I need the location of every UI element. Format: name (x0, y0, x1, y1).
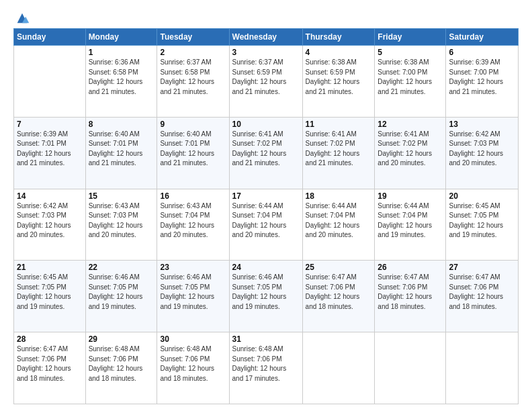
week-row-4: 28Sunrise: 6:47 AMSunset: 7:06 PMDayligh… (14, 332, 519, 404)
day-number: 7 (17, 120, 83, 129)
calendar-cell: 30Sunrise: 6:48 AMSunset: 7:06 PMDayligh… (157, 332, 229, 404)
day-info: Sunrise: 6:48 AMSunset: 7:06 PMDaylight:… (89, 345, 154, 383)
day-number: 14 (17, 191, 83, 201)
calendar-cell: 4Sunrise: 6:38 AMSunset: 6:59 PMDaylight… (302, 46, 375, 118)
day-number: 24 (232, 263, 300, 272)
calendar-cell: 13Sunrise: 6:42 AMSunset: 7:03 PMDayligh… (446, 117, 519, 189)
day-info: Sunrise: 6:43 AMSunset: 7:04 PMDaylight:… (160, 201, 226, 240)
day-info: Sunrise: 6:39 AMSunset: 7:01 PMDaylight:… (17, 130, 83, 169)
day-info: Sunrise: 6:46 AMSunset: 7:05 PMDaylight:… (160, 273, 226, 312)
calendar-cell: 29Sunrise: 6:48 AMSunset: 7:06 PMDayligh… (85, 332, 157, 404)
day-info: Sunrise: 6:41 AMSunset: 7:02 PMDaylight:… (232, 130, 300, 169)
day-info: Sunrise: 6:39 AMSunset: 7:00 PMDaylight:… (449, 58, 515, 97)
day-number: 12 (378, 120, 443, 129)
calendar-cell: 3Sunrise: 6:37 AMSunset: 6:59 PMDaylight… (229, 46, 302, 118)
week-row-2: 14Sunrise: 6:42 AMSunset: 7:03 PMDayligh… (14, 189, 519, 261)
day-info: Sunrise: 6:43 AMSunset: 7:03 PMDaylight:… (89, 201, 154, 240)
day-number: 11 (306, 120, 372, 129)
day-number: 5 (378, 48, 443, 57)
header (13, 11, 519, 23)
calendar-cell: 31Sunrise: 6:48 AMSunset: 7:06 PMDayligh… (229, 332, 302, 404)
day-number: 6 (449, 48, 515, 57)
day-number: 17 (232, 191, 300, 201)
header-day-saturday: Saturday (446, 29, 519, 46)
day-info: Sunrise: 6:47 AMSunset: 7:06 PMDaylight:… (378, 273, 443, 312)
day-number: 1 (89, 48, 154, 57)
day-number: 27 (449, 263, 515, 272)
day-number: 29 (89, 334, 154, 344)
day-info: Sunrise: 6:47 AMSunset: 7:06 PMDaylight:… (449, 273, 515, 312)
day-info: Sunrise: 6:47 AMSunset: 7:06 PMDaylight:… (306, 273, 372, 312)
day-info: Sunrise: 6:42 AMSunset: 7:03 PMDaylight:… (449, 130, 515, 169)
day-number: 25 (306, 263, 372, 272)
calendar-cell: 25Sunrise: 6:47 AMSunset: 7:06 PMDayligh… (302, 261, 375, 332)
calendar-cell (302, 332, 375, 404)
header-row: SundayMondayTuesdayWednesdayThursdayFrid… (14, 29, 519, 46)
calendar-table: SundayMondayTuesdayWednesdayThursdayFrid… (13, 28, 519, 404)
day-info: Sunrise: 6:44 AMSunset: 7:04 PMDaylight:… (378, 201, 443, 240)
day-info: Sunrise: 6:45 AMSunset: 7:05 PMDaylight:… (17, 273, 83, 312)
day-number: 26 (378, 263, 443, 272)
calendar-cell: 6Sunrise: 6:39 AMSunset: 7:00 PMDaylight… (446, 46, 519, 118)
day-info: Sunrise: 6:40 AMSunset: 7:01 PMDaylight:… (160, 130, 226, 169)
calendar-header: SundayMondayTuesdayWednesdayThursdayFrid… (14, 29, 519, 46)
day-number: 22 (89, 263, 154, 272)
day-number: 15 (89, 191, 154, 201)
day-number: 19 (378, 191, 443, 201)
day-info: Sunrise: 6:37 AMSunset: 6:58 PMDaylight:… (160, 58, 226, 97)
day-info: Sunrise: 6:48 AMSunset: 7:06 PMDaylight:… (160, 345, 226, 383)
day-info: Sunrise: 6:44 AMSunset: 7:04 PMDaylight:… (306, 201, 372, 240)
calendar-cell: 18Sunrise: 6:44 AMSunset: 7:04 PMDayligh… (302, 189, 375, 261)
header-day-sunday: Sunday (14, 29, 86, 46)
logo-text (13, 11, 30, 26)
calendar-cell: 9Sunrise: 6:40 AMSunset: 7:01 PMDaylight… (157, 117, 229, 189)
day-info: Sunrise: 6:44 AMSunset: 7:04 PMDaylight:… (232, 201, 300, 240)
header-day-monday: Monday (85, 29, 157, 46)
calendar-cell: 19Sunrise: 6:44 AMSunset: 7:04 PMDayligh… (375, 189, 446, 261)
day-info: Sunrise: 6:36 AMSunset: 6:58 PMDaylight:… (89, 58, 154, 97)
calendar-cell: 26Sunrise: 6:47 AMSunset: 7:06 PMDayligh… (375, 261, 446, 332)
calendar-cell: 10Sunrise: 6:41 AMSunset: 7:02 PMDayligh… (229, 117, 302, 189)
day-info: Sunrise: 6:47 AMSunset: 7:06 PMDaylight:… (17, 345, 83, 383)
header-day-tuesday: Tuesday (157, 29, 229, 46)
day-number: 20 (449, 191, 515, 201)
calendar-cell: 1Sunrise: 6:36 AMSunset: 6:58 PMDaylight… (85, 46, 157, 118)
day-number: 4 (306, 48, 372, 57)
day-number: 3 (232, 48, 300, 57)
day-info: Sunrise: 6:41 AMSunset: 7:02 PMDaylight:… (306, 130, 372, 169)
day-info: Sunrise: 6:42 AMSunset: 7:03 PMDaylight:… (17, 201, 83, 240)
day-number: 23 (160, 263, 226, 272)
calendar-cell: 28Sunrise: 6:47 AMSunset: 7:06 PMDayligh… (14, 332, 86, 404)
calendar-cell: 20Sunrise: 6:45 AMSunset: 7:05 PMDayligh… (446, 189, 519, 261)
calendar-cell (375, 332, 446, 404)
week-row-3: 21Sunrise: 6:45 AMSunset: 7:05 PMDayligh… (14, 261, 519, 332)
header-day-wednesday: Wednesday (229, 29, 302, 46)
day-info: Sunrise: 6:37 AMSunset: 6:59 PMDaylight:… (232, 58, 300, 97)
day-number: 28 (17, 334, 83, 344)
day-info: Sunrise: 6:46 AMSunset: 7:05 PMDaylight:… (232, 273, 300, 312)
day-info: Sunrise: 6:45 AMSunset: 7:05 PMDaylight:… (449, 201, 515, 240)
logo (13, 11, 30, 23)
calendar-cell: 27Sunrise: 6:47 AMSunset: 7:06 PMDayligh… (446, 261, 519, 332)
day-number: 18 (306, 191, 372, 201)
calendar-cell (14, 46, 86, 118)
day-info: Sunrise: 6:48 AMSunset: 7:06 PMDaylight:… (232, 345, 300, 383)
calendar-cell: 22Sunrise: 6:46 AMSunset: 7:05 PMDayligh… (85, 261, 157, 332)
day-number: 13 (449, 120, 515, 129)
logo-icon (15, 11, 30, 26)
calendar-cell: 15Sunrise: 6:43 AMSunset: 7:03 PMDayligh… (85, 189, 157, 261)
calendar-body: 1Sunrise: 6:36 AMSunset: 6:58 PMDaylight… (14, 46, 519, 404)
calendar-cell: 7Sunrise: 6:39 AMSunset: 7:01 PMDaylight… (14, 117, 86, 189)
page: SundayMondayTuesdayWednesdayThursdayFrid… (0, 0, 532, 411)
calendar-cell: 23Sunrise: 6:46 AMSunset: 7:05 PMDayligh… (157, 261, 229, 332)
calendar-cell: 8Sunrise: 6:40 AMSunset: 7:01 PMDaylight… (85, 117, 157, 189)
day-number: 8 (89, 120, 154, 129)
header-day-friday: Friday (375, 29, 446, 46)
calendar-cell: 2Sunrise: 6:37 AMSunset: 6:58 PMDaylight… (157, 46, 229, 118)
calendar-cell: 11Sunrise: 6:41 AMSunset: 7:02 PMDayligh… (302, 117, 375, 189)
day-info: Sunrise: 6:41 AMSunset: 7:02 PMDaylight:… (378, 130, 443, 169)
day-number: 9 (160, 120, 226, 129)
calendar-cell: 16Sunrise: 6:43 AMSunset: 7:04 PMDayligh… (157, 189, 229, 261)
day-info: Sunrise: 6:46 AMSunset: 7:05 PMDaylight:… (89, 273, 154, 312)
day-number: 30 (160, 334, 226, 344)
